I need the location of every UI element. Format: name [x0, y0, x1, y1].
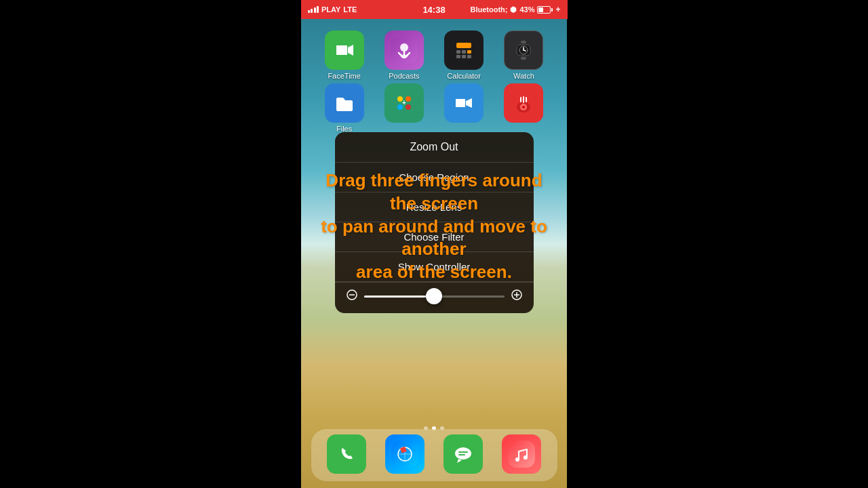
- zoom-menu-show-controller[interactable]: Show Controller: [335, 252, 534, 282]
- svg-rect-10: [467, 50, 471, 54]
- svg-text:+: +: [402, 99, 406, 106]
- zoom-slider-container: [335, 282, 534, 313]
- app-facetime-label: FaceTime: [328, 72, 361, 80]
- svg-line-20: [524, 50, 526, 51]
- svg-rect-9: [462, 50, 466, 54]
- app-row-1: FaceTime: [315, 30, 554, 80]
- svg-rect-11: [456, 55, 460, 58]
- svg-point-55: [515, 458, 519, 462]
- signal-bars: [308, 6, 319, 13]
- bluetooth-icon: Bluetooth;: [470, 5, 507, 14]
- status-right: Bluetooth; ⬢ 43% +: [470, 5, 560, 14]
- svg-rect-43: [333, 441, 360, 468]
- battery-icon: [537, 6, 553, 14]
- dock-music[interactable]: [498, 434, 545, 476]
- battery-percent: 43%: [519, 5, 534, 14]
- app-podcasts[interactable]: Podcasts: [380, 30, 428, 80]
- dock-phone[interactable]: [323, 434, 370, 476]
- svg-point-24: [406, 96, 411, 102]
- svg-rect-12: [462, 55, 466, 58]
- app-watch[interactable]: Watch: [500, 30, 547, 80]
- network-label: LTE: [343, 5, 357, 14]
- app-facetime[interactable]: FaceTime: [321, 30, 368, 80]
- svg-point-26: [406, 104, 411, 110]
- svg-point-4: [400, 43, 408, 52]
- svg-rect-8: [456, 50, 460, 54]
- svg-rect-36: [520, 97, 521, 102]
- zoom-menu-zoom-out[interactable]: Zoom Out: [335, 132, 534, 163]
- svg-point-56: [524, 455, 528, 460]
- phone-frame: PLAY LTE 14:38 Bluetooth; ⬢ 43% +: [301, 0, 568, 488]
- svg-rect-7: [456, 43, 471, 48]
- dock: [311, 429, 557, 481]
- dock-safari[interactable]: [381, 434, 429, 476]
- app-calculator-label: Calculator: [447, 72, 481, 80]
- zoom-slider[interactable]: [364, 296, 505, 298]
- app-podcasts-label: Podcasts: [389, 72, 419, 80]
- zoom-minus-icon: [345, 289, 359, 303]
- svg-rect-13: [467, 55, 471, 58]
- app-row-2: Files +: [315, 83, 554, 133]
- app-watch-label: Watch: [513, 72, 534, 80]
- svg-rect-16: [521, 57, 526, 60]
- status-bar: PLAY LTE 14:38 Bluetooth; ⬢ 43% +: [301, 0, 568, 19]
- status-left: PLAY LTE: [308, 5, 357, 14]
- svg-rect-37: [526, 97, 527, 102]
- app-files[interactable]: Files: [321, 83, 368, 133]
- app-grid: FaceTime: [301, 24, 568, 143]
- zoom-menu-choose-filter[interactable]: Choose Filter: [335, 222, 534, 252]
- status-time: 14:38: [422, 5, 445, 15]
- zoom-menu-choose-region[interactable]: Choose Region: [335, 163, 534, 192]
- app-altstore[interactable]: +: [380, 83, 428, 133]
- svg-marker-29: [456, 99, 465, 107]
- app-calculator[interactable]: Calculator: [440, 30, 488, 80]
- svg-rect-15: [521, 41, 526, 43]
- svg-rect-54: [508, 441, 535, 468]
- app-zoom[interactable]: [440, 83, 488, 133]
- zoom-overlay-menu: Zoom Out Choose Region Resize Lens Choos…: [335, 132, 534, 313]
- zoom-plus-icon: [510, 289, 524, 303]
- carrier-label: PLAY: [321, 5, 340, 14]
- svg-point-34: [522, 106, 525, 108]
- svg-marker-1: [336, 45, 347, 55]
- svg-rect-35: [523, 96, 524, 103]
- zoom-menu-resize-lens[interactable]: Resize Lens: [335, 192, 534, 222]
- app-garageband[interactable]: [500, 83, 547, 133]
- svg-point-50: [455, 447, 471, 460]
- dock-messages[interactable]: [439, 434, 487, 476]
